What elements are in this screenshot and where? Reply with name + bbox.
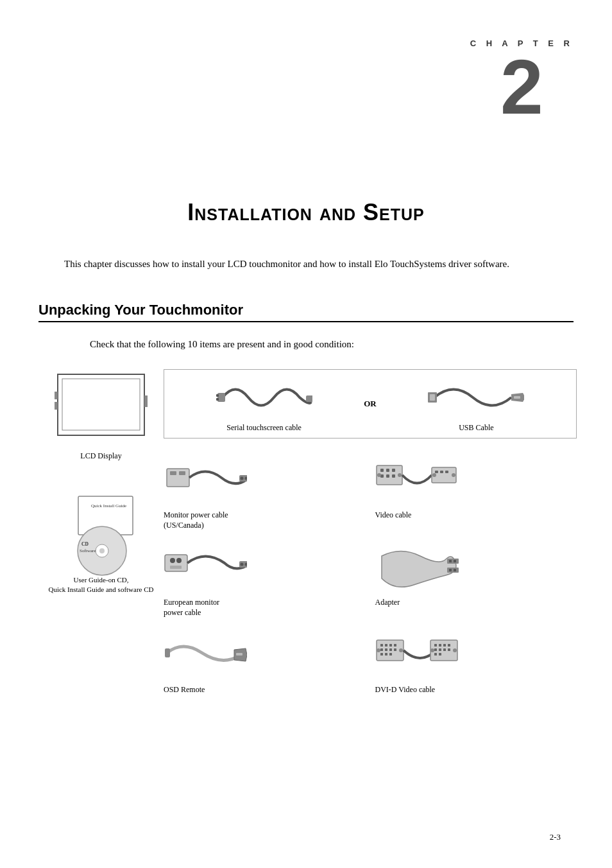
monitor-power-us-icon	[164, 456, 247, 507]
video-cable-item: Video cable	[375, 456, 577, 530]
usb-cable-label: USB Cable	[459, 423, 493, 433]
serial-cable-icon	[216, 375, 312, 420]
svg-rect-55	[454, 569, 456, 571]
svg-rect-60	[380, 644, 383, 647]
svg-rect-61	[385, 644, 387, 647]
svg-rect-19	[430, 394, 435, 401]
items-grid: Monitor power cable (US/Canada)	[164, 456, 577, 695]
svg-rect-74	[434, 644, 437, 647]
svg-rect-65	[385, 648, 387, 651]
title-text: Installation and Setup	[187, 199, 425, 225]
svg-rect-63	[394, 644, 396, 647]
monitor-power-us-item: Monitor power cable (US/Canada)	[164, 456, 366, 530]
monitor-power-us-label: Monitor power cable (US/Canada)	[164, 510, 228, 530]
adapter-label: Adapter	[375, 598, 400, 608]
svg-point-71	[377, 648, 380, 652]
svg-rect-46	[170, 566, 182, 569]
svg-rect-40	[445, 471, 448, 473]
svg-point-45	[176, 558, 182, 563]
svg-rect-80	[443, 648, 446, 651]
svg-rect-70	[389, 653, 392, 655]
chapter-number: 2	[470, 48, 574, 125]
svg-rect-39	[440, 471, 443, 473]
top-cable-row: Serial touchscreen cable OR USB Cable	[164, 369, 577, 438]
video-cable-label: Video cable	[375, 510, 412, 521]
svg-point-42	[452, 473, 455, 477]
chapter-header: C H A P T E R 2	[470, 39, 574, 125]
svg-rect-23	[170, 471, 176, 475]
svg-rect-57	[236, 653, 242, 655]
svg-rect-76	[443, 644, 446, 647]
svg-rect-38	[435, 471, 438, 473]
section-divider	[38, 321, 574, 322]
svg-rect-81	[448, 648, 450, 651]
svg-rect-29	[380, 469, 384, 472]
svg-rect-78	[434, 648, 437, 651]
svg-rect-31	[392, 469, 395, 472]
svg-point-48	[241, 563, 244, 566]
intro-paragraph: This chapter discusses how to install yo…	[64, 257, 548, 272]
check-items-text: Check that the following 10 items are pr…	[90, 339, 574, 350]
page-title: Installation and Setup	[0, 199, 612, 226]
svg-rect-64	[380, 648, 383, 651]
left-column: LCD Display Quick Install Guide CD Softw…	[38, 372, 164, 595]
video-cable-icon	[375, 456, 459, 507]
svg-rect-14	[216, 398, 219, 401]
adapter-icon	[375, 543, 459, 595]
svg-rect-51	[447, 568, 459, 573]
dvid-cable-icon	[375, 630, 459, 682]
svg-rect-30	[386, 469, 389, 472]
svg-rect-69	[385, 653, 387, 655]
svg-point-44	[170, 558, 175, 563]
user-guide-label: User Guide-on CD, Quick Install Guide an…	[48, 575, 153, 595]
svg-point-36	[398, 473, 402, 477]
svg-rect-75	[439, 644, 441, 647]
svg-rect-82	[434, 653, 437, 655]
svg-rect-34	[392, 474, 395, 478]
dvid-cable-item: DVI-D Video cable	[375, 630, 577, 695]
svg-rect-15	[306, 395, 312, 402]
svg-point-9	[99, 548, 105, 553]
european-power-icon	[164, 543, 247, 595]
svg-rect-12	[217, 393, 225, 402]
usb-cable-item: USB Cable	[383, 375, 570, 433]
cd-icon: Quick Install Guide CD Software	[62, 493, 139, 570]
svg-point-26	[241, 477, 244, 480]
section-heading-container: Unpacking Your Touchmonitor	[38, 302, 574, 322]
svg-text:CD: CD	[81, 541, 89, 547]
svg-rect-79	[439, 648, 441, 651]
svg-rect-33	[386, 474, 389, 478]
svg-rect-1	[62, 379, 140, 430]
svg-rect-67	[394, 648, 396, 651]
svg-rect-66	[389, 648, 392, 651]
svg-text:Software: Software	[80, 548, 96, 553]
svg-text:Quick Install Guide: Quick Install Guide	[91, 503, 126, 508]
lcd-display-icon	[55, 372, 148, 446]
svg-point-35	[377, 473, 381, 477]
svg-rect-4	[144, 395, 148, 407]
svg-rect-21	[514, 396, 520, 399]
svg-rect-54	[449, 569, 452, 571]
lcd-display-label: LCD Display	[80, 451, 121, 461]
svg-point-85	[453, 648, 457, 652]
svg-point-72	[399, 648, 403, 652]
svg-rect-68	[380, 653, 383, 655]
svg-rect-43	[165, 555, 187, 571]
serial-cable-label: Serial touchscreen cable	[226, 423, 302, 433]
page-number: 2-3	[550, 832, 561, 842]
or-label: OR	[361, 399, 380, 409]
svg-rect-3	[55, 402, 58, 410]
svg-rect-22	[167, 469, 189, 487]
cd-item: Quick Install Guide CD Software User Gui…	[48, 493, 153, 595]
svg-rect-24	[179, 471, 185, 475]
svg-rect-58	[165, 648, 170, 657]
usb-cable-icon	[428, 375, 524, 420]
svg-rect-52	[449, 560, 452, 562]
svg-rect-53	[454, 560, 456, 562]
adapter-item: Adapter	[375, 543, 577, 618]
dvid-cable-label: DVI-D Video cable	[375, 685, 436, 695]
osd-remote-label: OSD Remote	[164, 685, 205, 695]
svg-rect-50	[447, 559, 459, 564]
serial-cable-item: Serial touchscreen cable	[171, 375, 357, 433]
svg-rect-62	[389, 644, 392, 647]
